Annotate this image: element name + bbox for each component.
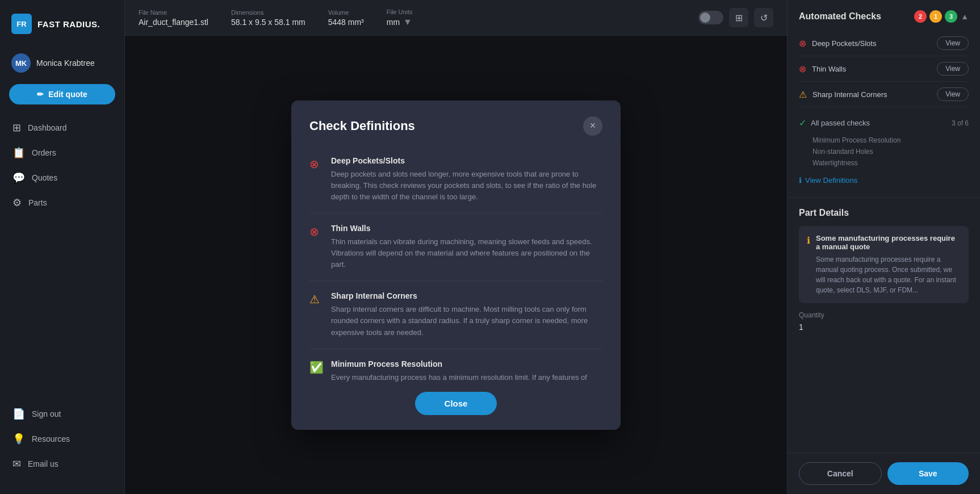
file-name-value: Air_duct_flange1.stl [139,18,208,27]
top-bar-controls: ⊞ ↺ [698,8,773,27]
sidebar-item-quotes[interactable]: 💬 Quotes [5,166,120,190]
quotes-icon: 💬 [12,171,25,184]
sidebar-item-resources[interactable]: 💡 Resources [5,427,120,451]
info-card-text: Some manufacturing processes require a m… [816,254,961,295]
check-desc-deep-pockets: Deep pockets and slots need longer, more… [331,169,602,203]
logo-text: FAST RADIUS. [37,19,100,29]
orders-icon: 📋 [12,146,25,159]
check-row-left-deep-pockets: ⊗ Deep Pockets/Slots [799,38,876,49]
file-units-value: mm [387,18,400,27]
grid-view-button[interactable]: ⊞ [729,8,748,27]
check-content-deep-pockets: Deep Pockets/Slots Deep pockets and slot… [331,156,602,203]
sidebar-item-orders[interactable]: 📋 Orders [5,141,120,165]
sidebar-item-dashboard[interactable]: ⊞ Dashboard [5,116,120,140]
logo-icon: FR [11,14,32,34]
dashboard-icon: ⊞ [12,122,21,134]
check-row-left-sc: ⚠ Sharp Internal Corners [799,89,887,100]
success-icon-passed: ✓ [799,118,806,128]
sidebar-item-email[interactable]: ✉ Email us [5,452,120,476]
badge-orange: 1 [929,10,942,23]
passed-label: All passed checks [811,119,870,127]
collapse-icon[interactable]: ▲ [961,12,969,21]
sidebar: FR FAST RADIUS. MK Monica Krabtree ✏ Edi… [0,0,125,494]
volume-group: Volume 5448 mm³ [328,9,364,27]
error-icon-dp: ⊗ [799,38,806,49]
check-desc-thin-walls: Thin materials can vibrate during machin… [331,236,602,270]
passed-item-watertight: Watertightness [813,159,969,167]
view-button-sc[interactable]: View [937,87,969,101]
check-name-deep-pockets: Deep Pockets/Slots [331,156,602,165]
reset-view-button[interactable]: ↺ [754,8,773,27]
sidebar-bottom: 📄 Sign out 💡 Resources ✉ Email us [0,402,124,485]
view-button-dp[interactable]: View [937,36,969,50]
modal-title: Check Definitions [309,119,415,133]
user-name: Monica Krabtree [36,58,95,68]
sidebar-item-parts[interactable]: ⚙ Parts [5,191,120,215]
check-row-sharp-corners: ⚠ Sharp Internal Corners View [799,82,969,107]
cancel-button[interactable]: Cancel [799,462,882,485]
automated-checks-section: Automated Checks 2 1 3 ▲ ⊗ Deep Pockets/… [788,0,980,198]
part-details-title: Part Details [799,208,969,218]
check-definitions-modal: Check Definitions × ⊗ Deep Pockets/Slots… [291,101,621,430]
passed-item-min-res: Minimum Process Resolution [813,136,969,144]
main-content: File Name Air_duct_flange1.stl Dimension… [125,0,787,494]
dimensions-value: 58.1 x 9.5 x 58.1 mm [231,18,305,27]
modal-close-button-footer[interactable]: Close [415,392,497,415]
modal-footer: Close [291,382,621,430]
viewer-area: Check Definitions × ⊗ Deep Pockets/Slots… [125,36,787,494]
nav-items: ⊞ Dashboard 📋 Orders 💬 Quotes ⚙ Parts [0,116,124,402]
signout-icon: 📄 [12,408,25,420]
check-row-thin-walls: ⊗ Thin Walls View [799,56,969,82]
passed-count: 3 of 6 [952,119,969,127]
check-row-name-sc: Sharp Internal Corners [813,90,887,99]
info-card-icon: ℹ [807,235,810,295]
close-icon: × [590,120,596,132]
error-icon-thin-walls: ⊗ [309,225,323,238]
modal-close-button[interactable]: × [583,116,602,136]
check-row-left-tw: ⊗ Thin Walls [799,64,846,74]
chevron-down-icon[interactable]: ▼ [403,17,412,27]
check-item-deep-pockets: ⊗ Deep Pockets/Slots Deep pockets and sl… [309,146,602,213]
part-details-section: Part Details ℹ Some manufacturing proces… [788,198,980,342]
logo: FR FAST RADIUS. [0,9,124,48]
error-icon-tw: ⊗ [799,64,806,74]
passed-header-left: ✓ All passed checks [799,118,870,128]
file-units-group: File Units mm ▼ [387,9,413,27]
view-toggle[interactable] [698,11,723,24]
parts-icon: ⚙ [12,196,22,209]
badge-teal: 3 [945,10,957,23]
info-icon: ℹ [799,176,802,185]
error-icon-deep-pockets: ⊗ [309,157,323,171]
check-name-sharp-corners: Sharp Internal Corners [331,291,602,300]
check-item-thin-walls: ⊗ Thin Walls Thin materials can vibrate … [309,213,602,281]
dimensions-label: Dimensions [231,9,305,16]
sidebar-item-signout[interactable]: 📄 Sign out [5,402,120,426]
check-desc-sharp-corners: Sharp internal corners are difficult to … [331,304,602,338]
badge-red: 2 [914,10,927,23]
check-item-min-resolution: ✅ Minimum Process Resolution Every manuf… [309,349,602,382]
edit-quote-button[interactable]: ✏ Edit quote [9,84,115,104]
check-desc-min-resolution: Every manufacturing process has a minimu… [331,372,602,382]
passed-header[interactable]: ✓ All passed checks 3 of 6 [799,113,969,133]
passed-items: Minimum Process Resolution Non-standard … [799,133,969,167]
user-info: MK Monica Krabtree [0,48,124,84]
volume-value: 5448 mm³ [328,18,364,27]
check-row-name-tw: Thin Walls [812,65,846,73]
panel-footer-buttons: Cancel Save [788,453,980,494]
passed-item-nsh: Non-standard Holes [813,148,969,156]
save-button[interactable]: Save [887,462,969,485]
file-units-label: File Units [387,9,413,15]
view-button-tw[interactable]: View [937,62,969,76]
modal-header: Check Definitions × [291,101,621,146]
dimensions-group: Dimensions 58.1 x 9.5 x 58.1 mm [231,9,305,27]
modal-overlay: Check Definitions × ⊗ Deep Pockets/Slots… [125,36,787,494]
check-row-name-dp: Deep Pockets/Slots [812,39,876,48]
check-name-thin-walls: Thin Walls [331,224,602,233]
right-panel: Automated Checks 2 1 3 ▲ ⊗ Deep Pockets/… [787,0,980,494]
view-definitions-link[interactable]: ℹ View Definitions [799,169,969,187]
check-name-min-resolution: Minimum Process Resolution [331,359,602,369]
warning-icon-sharp-corners: ⚠ [309,292,323,306]
volume-label: Volume [328,9,364,16]
pencil-icon: ✏ [37,90,44,99]
email-icon: ✉ [12,458,21,470]
